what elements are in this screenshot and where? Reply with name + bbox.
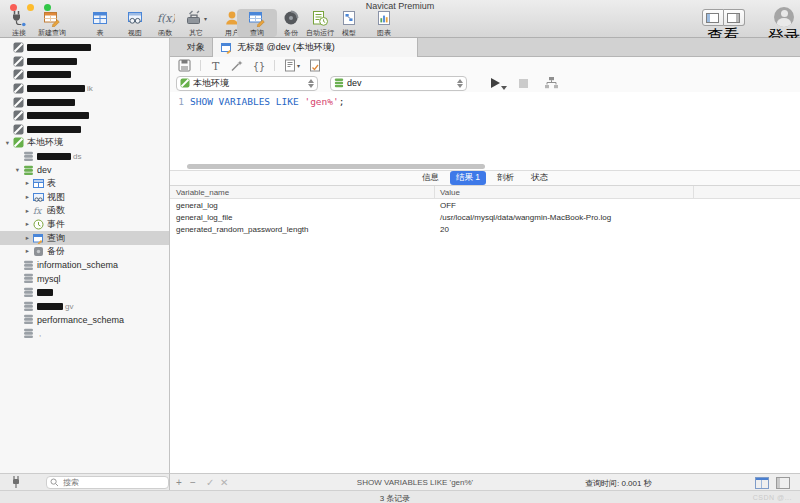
show-info-pane-button[interactable] xyxy=(724,9,745,26)
tree-item-connection-redacted[interactable] xyxy=(0,68,169,82)
tree-item-connection-redacted[interactable]: ik xyxy=(0,82,169,96)
column-header-variable-name[interactable]: Variable_name xyxy=(176,188,229,197)
grid-view-icon[interactable] xyxy=(755,477,769,489)
beautify-sql-icon[interactable] xyxy=(230,59,243,72)
tree-item-local-connection[interactable]: ▾本地环境 xyxy=(0,136,169,150)
views-icon xyxy=(32,191,44,203)
stop-query-button[interactable] xyxy=(519,79,528,88)
table-icon xyxy=(91,9,109,27)
format-text-icon[interactable]: T xyxy=(210,59,221,72)
toolbar-item-query[interactable]: 查询 xyxy=(237,9,277,37)
chart-icon xyxy=(375,9,393,27)
disclosure-collapsed-icon[interactable]: ▸ xyxy=(23,235,32,242)
toolbar-item-model[interactable]: 模型 xyxy=(329,9,369,37)
database-closed-icon xyxy=(22,273,34,285)
disclosure-expanded-icon[interactable]: ▾ xyxy=(13,167,22,174)
database-closed-icon xyxy=(22,327,34,339)
tree-item-connection-redacted[interactable] xyxy=(0,109,169,123)
tree-item-connection-redacted[interactable] xyxy=(0,41,169,55)
sql-editor[interactable]: 1 SHOW VARIABLES LIKE 'gen%'; xyxy=(170,92,800,170)
table-row[interactable]: general_log_file /usr/local/mysql/data/w… xyxy=(170,211,800,223)
tab-status[interactable]: 状态 xyxy=(525,171,554,185)
navicat-window: Navicat Premium 连接 新建查询 表 视图 f(x) 函数 ▾ 其… xyxy=(0,0,800,503)
table-row[interactable]: generated_random_password_length 20 xyxy=(170,223,800,235)
tree-item-database-redacted[interactable]: gv xyxy=(0,299,169,313)
window-chrome: Navicat Premium 连接 新建查询 表 视图 f(x) 函数 ▾ 其… xyxy=(0,0,800,38)
tree-item-queries[interactable]: ▸查询 xyxy=(0,231,169,245)
database-closed-icon xyxy=(22,151,34,163)
tree-item-events[interactable]: ▸事件 xyxy=(0,218,169,232)
tab-active-query[interactable]: 无标题 @dev (本地环境) xyxy=(212,38,418,57)
connection-tree-sidebar: ik ▾本地环境 ds ▾dev ▸表 ▸视图 ▸fx函数 ▸事件 ▸查询 ▸备… xyxy=(0,38,170,473)
database-open-icon xyxy=(334,78,344,88)
explain-button[interactable] xyxy=(544,76,559,90)
database-select[interactable]: dev xyxy=(330,76,467,91)
connection-select[interactable]: 本地环境 xyxy=(176,76,318,91)
tab-profile[interactable]: 剖析 xyxy=(491,171,520,185)
tree-item-database-redacted[interactable]: , xyxy=(0,326,169,340)
avatar xyxy=(774,7,794,27)
discard-changes-button[interactable]: ✕ xyxy=(220,476,228,489)
export-result-icon[interactable]: ▾ xyxy=(284,59,300,72)
disclosure-collapsed-icon[interactable]: ▸ xyxy=(23,208,32,215)
disclosure-expanded-icon[interactable]: ▾ xyxy=(3,140,12,147)
delete-record-button[interactable]: − xyxy=(190,476,196,489)
toolbar-item-new-query[interactable]: 新建查询 xyxy=(30,9,74,37)
column-divider[interactable] xyxy=(434,186,435,198)
connection-closed-icon xyxy=(12,69,24,81)
disclosure-collapsed-icon[interactable]: ▸ xyxy=(23,194,32,201)
plug-icon[interactable] xyxy=(10,475,22,489)
editor-horizontal-scrollbar[interactable] xyxy=(187,164,485,169)
tree-item-connection-redacted[interactable] xyxy=(0,55,169,69)
separator xyxy=(274,60,275,71)
tree-item-database-redacted[interactable]: ds xyxy=(0,150,169,164)
functions-icon: fx xyxy=(32,205,44,217)
toolbar-item-table[interactable]: 表 xyxy=(80,9,120,37)
tree-item-mysql[interactable]: mysql xyxy=(0,272,169,286)
connection-closed-icon xyxy=(12,55,24,67)
search-input[interactable] xyxy=(61,477,165,488)
apply-changes-button[interactable]: ✓ xyxy=(206,476,214,489)
tab-info[interactable]: 信息 xyxy=(416,171,445,185)
tree-item-performance-schema[interactable]: performance_schema xyxy=(0,313,169,327)
result-grid: Variable_name Value general_log OFF gene… xyxy=(170,186,800,473)
watermark: CSDN @... xyxy=(753,494,792,501)
tree-item-information-schema[interactable]: information_schema xyxy=(0,259,169,273)
new-query-icon xyxy=(43,9,61,27)
table-row[interactable]: general_log OFF xyxy=(170,199,800,211)
stepper-arrows-icon xyxy=(457,79,463,88)
tree-item-tables[interactable]: ▸表 xyxy=(0,177,169,191)
sql-terminator: ; xyxy=(339,96,345,107)
show-sidebar-button[interactable] xyxy=(702,9,724,26)
query-editor-toolbar: T {} ▾ xyxy=(170,57,800,74)
form-view-icon[interactable] xyxy=(776,477,790,489)
disclosure-collapsed-icon[interactable]: ▸ xyxy=(23,221,32,228)
stepper-arrows-icon xyxy=(308,79,314,88)
query-time: 查询时间: 0.001 秒 xyxy=(585,478,652,489)
tree-item-backups[interactable]: ▸备份 xyxy=(0,245,169,259)
tab-result-1[interactable]: 结果 1 xyxy=(450,171,486,185)
toolbar-item-others[interactable]: ▾ 其它 xyxy=(175,9,217,37)
toolbar-item-chart[interactable]: 图表 xyxy=(364,9,404,37)
tree-item-connection-redacted[interactable] xyxy=(0,95,169,109)
add-record-button[interactable]: + xyxy=(176,476,182,489)
disclosure-collapsed-icon[interactable]: ▸ xyxy=(23,180,32,187)
tree-item-connection-redacted[interactable] xyxy=(0,123,169,137)
tree-item-database-redacted[interactable] xyxy=(0,286,169,300)
database-closed-icon xyxy=(22,314,34,326)
column-header-value[interactable]: Value xyxy=(440,188,460,197)
tree-item-dev-database[interactable]: ▾dev xyxy=(0,163,169,177)
tree-item-functions[interactable]: ▸fx函数 xyxy=(0,204,169,218)
code-braces-icon[interactable]: {} xyxy=(252,59,265,72)
connection-open-icon xyxy=(180,78,190,88)
run-query-button[interactable] xyxy=(491,76,505,90)
disclosure-collapsed-icon[interactable]: ▸ xyxy=(23,248,32,255)
run-options-icon xyxy=(501,86,507,90)
svg-text:f(x): f(x) xyxy=(157,12,175,25)
column-divider[interactable] xyxy=(693,186,694,198)
query-plan-icon[interactable] xyxy=(309,59,321,72)
sql-string-literal: 'gen%' xyxy=(304,96,338,107)
tree-item-views[interactable]: ▸视图 xyxy=(0,191,169,205)
save-icon[interactable] xyxy=(178,59,191,72)
executed-statement: SHOW VARIABLES LIKE 'gen%' xyxy=(357,478,473,487)
